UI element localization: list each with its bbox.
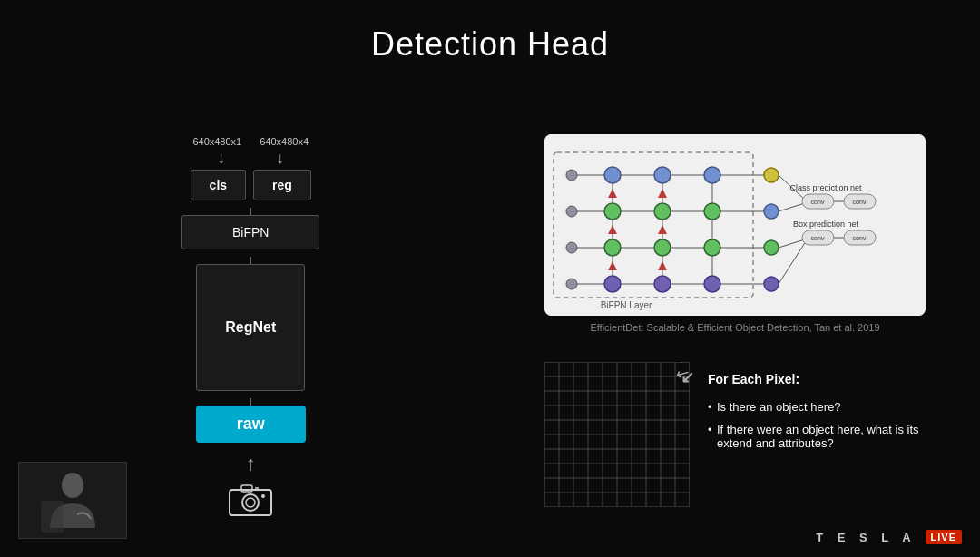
speaker-thumbnail [18,462,127,539]
connector-regnet-raw [250,398,251,406]
input-label-reg: 640x480x4 [260,136,309,147]
svg-text:BiFPN Layer: BiFPN Layer [601,300,652,310]
svg-point-15 [604,167,621,183]
efficientdet-diagram: BiFPN Layer [544,134,926,316]
reg-box: reg [253,170,311,200]
svg-point-18 [604,276,621,292]
svg-text:conv: conv [811,199,825,205]
svg-text:Box prediction net: Box prediction net [793,220,859,229]
pixel-question-2: If there were an object here, what is it… [708,423,926,450]
svg-point-2 [246,498,255,507]
svg-point-12 [566,206,577,217]
svg-point-22 [654,167,671,183]
cls-reg-row: cls reg [191,170,311,200]
pixel-section: ↙ For Each Pixel: Is there an object her… [544,362,926,530]
svg-text:conv: conv [853,199,867,205]
tesla-footer: T E S L A LIVE [816,530,962,544]
svg-point-14 [566,278,577,289]
tesla-logo: T E S L A [816,531,916,544]
svg-point-13 [566,242,577,253]
svg-point-4 [261,494,265,498]
input-label-cls: 640x480x1 [192,136,241,147]
camera-icon [228,481,273,525]
pixel-text: ↙ For Each Pixel: Is there an object her… [708,362,926,459]
raw-box: raw [196,406,306,443]
svg-point-1 [242,494,259,511]
svg-point-16 [604,203,621,220]
svg-rect-8 [544,134,926,316]
arrow-down-right: ↓ [276,149,284,168]
svg-point-23 [654,203,671,220]
arrows-down-row: ↓ ↓ [217,149,284,168]
svg-point-24 [654,239,671,256]
for-each-pixel-label: For Each Pixel: [708,372,799,386]
svg-point-56 [764,240,779,255]
svg-text:conv: conv [853,235,867,241]
connector-cls-bifpn [250,208,251,215]
svg-point-11 [566,170,577,181]
regnet-box: RegNet [196,264,305,391]
svg-point-6 [62,473,83,498]
connector-bifpn-regnet [250,257,251,264]
svg-text:conv: conv [811,235,825,241]
arrow-up-camera: ↑ [246,452,256,475]
svg-point-30 [704,203,720,220]
page-title: Detection Head [0,0,980,64]
svg-point-31 [704,239,720,256]
cls-box: cls [191,170,246,200]
efficientdet-container: BiFPN Layer [544,134,926,316]
arrow-down-left: ↓ [217,149,225,168]
svg-rect-7 [41,501,64,533]
bifpn-box: BiFPN [181,215,319,249]
svg-point-55 [764,204,779,219]
svg-point-17 [604,239,621,256]
svg-point-57 [764,277,779,291]
svg-point-25 [654,276,671,292]
svg-point-32 [704,276,720,292]
live-badge: LIVE [926,530,962,544]
left-architecture-diagram: 640x480x1 640x480x4 ↓ ↓ cls reg BiFPN Re… [181,136,319,525]
svg-point-29 [704,167,720,183]
input-labels-row: 640x480x1 640x480x4 [192,136,309,147]
svg-point-54 [764,168,779,182]
pixel-question-1: Is there an object here? [708,400,926,414]
svg-text:Class prediction net: Class prediction net [789,183,862,192]
grid-container [544,362,690,507]
efficientdet-caption: EfficientDet: Scalable & Efficient Objec… [544,322,926,333]
